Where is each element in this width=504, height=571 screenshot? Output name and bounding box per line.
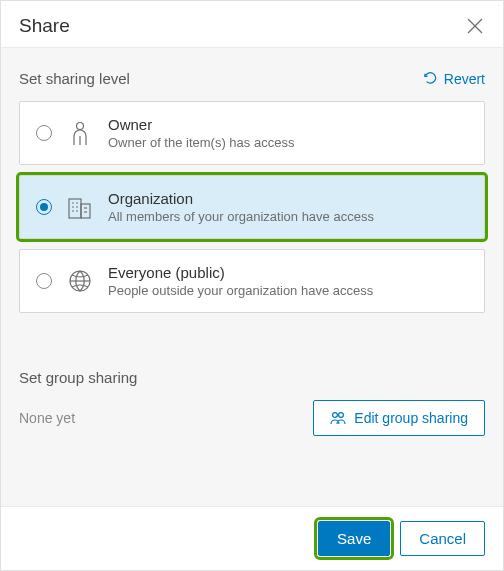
- option-everyone[interactable]: Everyone (public) People outside your or…: [19, 249, 485, 313]
- group-row: None yet Edit group sharing: [19, 400, 485, 436]
- option-text: Organization All members of your organiz…: [108, 190, 374, 224]
- svg-point-16: [339, 413, 344, 418]
- share-modal: Share Set sharing level Revert: [0, 0, 504, 571]
- modal-body: Set sharing level Revert: [1, 47, 503, 507]
- organization-icon: [66, 195, 94, 219]
- revert-link[interactable]: Revert: [424, 71, 485, 87]
- group-section-title: Set group sharing: [19, 369, 485, 386]
- owner-icon: [66, 120, 94, 146]
- option-title: Owner: [108, 116, 294, 133]
- group-icon: [330, 411, 346, 425]
- radio-owner[interactable]: [36, 125, 52, 141]
- option-title: Organization: [108, 190, 374, 207]
- edit-group-label: Edit group sharing: [354, 410, 468, 426]
- sharing-options: Owner Owner of the item(s) has access: [19, 101, 485, 313]
- edit-group-sharing-button[interactable]: Edit group sharing: [313, 400, 485, 436]
- option-organization[interactable]: Organization All members of your organiz…: [19, 175, 485, 239]
- close-icon: [465, 16, 485, 36]
- radio-organization[interactable]: [36, 199, 52, 215]
- close-button[interactable]: [465, 16, 485, 36]
- save-button[interactable]: Save: [318, 521, 390, 556]
- option-desc: All members of your organization have ac…: [108, 209, 374, 224]
- svg-point-2: [77, 123, 84, 130]
- svg-point-15: [333, 413, 338, 418]
- modal-header: Share: [1, 1, 503, 47]
- modal-title: Share: [19, 15, 70, 37]
- group-sharing-section: Set group sharing None yet Edit group sh…: [19, 369, 485, 436]
- option-title: Everyone (public): [108, 264, 373, 281]
- revert-label: Revert: [444, 71, 485, 87]
- revert-icon: [424, 72, 438, 86]
- option-desc: Owner of the item(s) has access: [108, 135, 294, 150]
- option-text: Owner Owner of the item(s) has access: [108, 116, 294, 150]
- sharing-section-header: Set sharing level Revert: [19, 70, 485, 87]
- group-status-text: None yet: [19, 410, 75, 426]
- cancel-button[interactable]: Cancel: [400, 521, 485, 556]
- globe-icon: [66, 269, 94, 293]
- option-text: Everyone (public) People outside your or…: [108, 264, 373, 298]
- option-owner[interactable]: Owner Owner of the item(s) has access: [19, 101, 485, 165]
- option-desc: People outside your organization have ac…: [108, 283, 373, 298]
- svg-rect-4: [69, 199, 81, 218]
- svg-rect-5: [81, 204, 90, 218]
- sharing-section-title: Set sharing level: [19, 70, 130, 87]
- radio-everyone[interactable]: [36, 273, 52, 289]
- modal-footer: Save Cancel: [1, 507, 503, 570]
